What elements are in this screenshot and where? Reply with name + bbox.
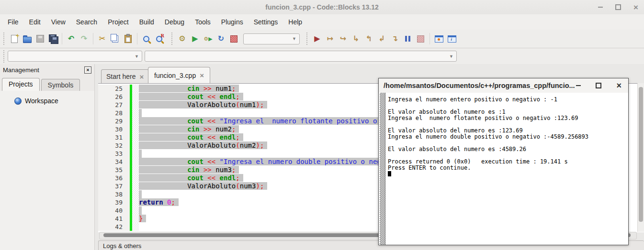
- tab-close-icon[interactable]: ×: [200, 72, 204, 79]
- fold-margin[interactable]: [132, 215, 139, 223]
- line-number: 38: [98, 190, 130, 198]
- menu-settings[interactable]: Settings: [249, 18, 283, 26]
- paste-button[interactable]: [122, 32, 135, 45]
- menu-plugins[interactable]: Plugins: [216, 18, 249, 26]
- tab-projects[interactable]: Projects: [2, 78, 40, 91]
- step-into-button[interactable]: ↳: [350, 32, 362, 45]
- menu-debug[interactable]: Debug: [159, 18, 190, 26]
- line-number: 37: [98, 182, 130, 190]
- tab-start-here[interactable]: Start here ×: [101, 69, 149, 83]
- run-play-icon: ▶: [192, 35, 198, 43]
- redo-button[interactable]: ↷: [78, 32, 90, 45]
- fold-margin[interactable]: [132, 150, 139, 158]
- save-button[interactable]: [34, 32, 46, 45]
- fold-margin[interactable]: [132, 117, 139, 125]
- fold-margin[interactable]: [132, 125, 139, 133]
- menu-help[interactable]: Help: [283, 18, 307, 26]
- menu-file[interactable]: File: [2, 18, 24, 26]
- stop-debugger-button[interactable]: [414, 32, 427, 45]
- menu-project[interactable]: Project: [102, 18, 134, 26]
- menu-edit[interactable]: Edit: [24, 18, 46, 26]
- fold-margin[interactable]: [132, 85, 139, 93]
- close-icon[interactable]: ×: [633, 3, 638, 11]
- new-file-button[interactable]: [8, 32, 21, 45]
- open-file-button[interactable]: [21, 32, 34, 45]
- fold-margin[interactable]: [132, 207, 139, 215]
- tree-item-workspace[interactable]: Workspace: [0, 97, 94, 105]
- line-number: 33: [98, 150, 130, 158]
- rebuild-icon: ↻: [218, 35, 224, 43]
- line-number: 32: [98, 141, 130, 150]
- step-into-instruction-icon: ↴: [392, 35, 398, 43]
- fold-margin[interactable]: [132, 101, 139, 109]
- terminal-maximize-icon[interactable]: [596, 83, 601, 88]
- menu-build[interactable]: Build: [134, 18, 159, 26]
- terminal-close-icon[interactable]: ×: [616, 81, 621, 90]
- fold-margin[interactable]: [132, 166, 139, 174]
- scope-dropdown[interactable]: ▼: [8, 51, 142, 62]
- fold-margin[interactable]: [132, 93, 139, 101]
- build-button[interactable]: ⚙: [176, 32, 189, 45]
- fold-margin[interactable]: [132, 198, 139, 207]
- rebuild-button[interactable]: ↻: [215, 32, 227, 45]
- fold-margin[interactable]: [132, 133, 139, 141]
- fold-margin[interactable]: [132, 174, 139, 182]
- line-number: 29: [98, 117, 130, 125]
- line-number: 30: [98, 125, 130, 133]
- terminal-minimize-icon[interactable]: [576, 85, 581, 86]
- step-out-icon: ↰: [366, 35, 372, 43]
- save-all-button[interactable]: [46, 32, 59, 45]
- build-and-run-button[interactable]: ⚙▶: [202, 32, 215, 45]
- panel-close-icon[interactable]: ×: [84, 66, 91, 74]
- tab-symbols[interactable]: Symbols: [41, 79, 80, 91]
- toolbar-gripper[interactable]: [170, 33, 173, 45]
- run-button[interactable]: ▶: [189, 32, 202, 45]
- step-into-instruction-button[interactable]: ↴: [388, 32, 401, 45]
- function-dropdown[interactable]: ▼: [145, 51, 457, 62]
- editor-vertical-scrollbar[interactable]: [637, 83, 644, 232]
- debugging-windows-button[interactable]: [432, 32, 445, 45]
- replace-button[interactable]: R: [153, 32, 166, 45]
- toolbar-gripper[interactable]: [2, 33, 5, 45]
- menu-view[interactable]: View: [46, 18, 71, 26]
- abort-button[interactable]: [227, 32, 240, 45]
- maximize-icon[interactable]: [615, 4, 621, 10]
- various-info-button[interactable]: [445, 32, 458, 45]
- find-button[interactable]: [140, 32, 153, 45]
- toolbar-gripper[interactable]: [305, 33, 308, 45]
- management-title: Management: [3, 66, 39, 74]
- fold-margin[interactable]: [132, 182, 139, 190]
- main-toolbar: ↶ ↷ ✂ R ⚙ ▶ ⚙▶ ↻ ▼ ▶ ↦ ↪ ↳ ↰ ↲ ↴: [0, 30, 644, 48]
- break-debugger-button[interactable]: [401, 32, 414, 45]
- step-out-button[interactable]: ↰: [362, 32, 375, 45]
- run-to-cursor-icon: ↦: [327, 35, 333, 43]
- next-instruction-button[interactable]: ↲: [375, 32, 388, 45]
- run-to-cursor-button[interactable]: ↦: [324, 32, 337, 45]
- fold-margin[interactable]: [132, 109, 139, 117]
- copy-button[interactable]: [109, 32, 122, 45]
- fold-margin[interactable]: [132, 190, 139, 198]
- menu-search[interactable]: Search: [71, 18, 102, 26]
- debug-continue-button[interactable]: ▶: [311, 32, 324, 45]
- minimize-icon[interactable]: [598, 7, 603, 8]
- tab-close-icon[interactable]: ×: [139, 73, 144, 80]
- scrollbar-thumb[interactable]: [639, 87, 643, 222]
- toolbar-gripper[interactable]: [2, 50, 5, 63]
- debugging-windows-icon: [435, 35, 443, 43]
- menu-tools[interactable]: Tools: [190, 18, 216, 26]
- terminal-scrollbar[interactable]: [380, 93, 385, 245]
- fold-margin[interactable]: [132, 158, 139, 166]
- terminal-titlebar[interactable]: /home/msantos/Documentos/c++/programas_c…: [379, 78, 628, 93]
- next-line-button[interactable]: ↪: [337, 32, 350, 45]
- menubar: FileEditViewSearchProjectBuildDebugTools…: [0, 14, 644, 30]
- fold-margin[interactable]: [132, 141, 139, 150]
- tab-funcion-3-cpp[interactable]: funcion_3.cpp ×: [148, 67, 210, 83]
- line-number: 35: [98, 166, 130, 174]
- terminal-body[interactable]: Ingresa el numero entero positivo o nega…: [379, 93, 628, 245]
- fold-margin[interactable]: [132, 223, 139, 231]
- build-target-dropdown[interactable]: ▼: [243, 33, 300, 44]
- cut-button[interactable]: ✂: [96, 32, 109, 45]
- terminal-title: /home/msantos/Documentos/c++/programas_c…: [384, 82, 576, 89]
- chevron-down-icon: ▼: [135, 54, 139, 59]
- undo-button[interactable]: ↶: [65, 32, 78, 45]
